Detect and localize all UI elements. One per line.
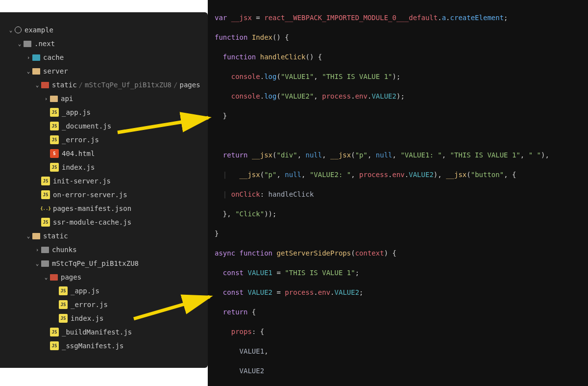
tree-label: .next bbox=[34, 40, 55, 48]
tree-item-example[interactable]: ⌄ example bbox=[0, 23, 208, 37]
tree-item-static[interactable]: ⌄ static bbox=[0, 229, 208, 243]
chevron-down-icon: ⌄ bbox=[24, 68, 32, 75]
tree-label: mStcTqPe_Uf_piB1txZU8 bbox=[52, 259, 139, 267]
tree-item-pages-manifest-json[interactable]: {..} pages-manifest.json bbox=[0, 202, 208, 215]
chevron-down-icon: ⌄ bbox=[7, 27, 15, 33]
tree-item-hash-folder[interactable]: ⌄ mStcTqPe_Uf_piB1txZU8 bbox=[0, 257, 208, 270]
tree-label: _error.js bbox=[62, 136, 99, 144]
chevron-right-icon: › bbox=[33, 247, 41, 253]
chevron-right-icon: › bbox=[24, 54, 32, 61]
tree-item-cache[interactable]: › cache bbox=[0, 51, 208, 64]
js-file-icon: JS bbox=[41, 190, 50, 199]
js-file-icon: JS bbox=[50, 341, 59, 350]
tree-item-app-js-static[interactable]: JS _app.js bbox=[0, 284, 208, 298]
code-editor: var __jsx = react__WEBPACK_IMPORTED_MODU… bbox=[208, 0, 588, 386]
tree-label: ssr-module-cache.js bbox=[53, 218, 131, 226]
tree-item-server[interactable]: ⌄ server bbox=[0, 64, 208, 78]
code-pane-top[interactable]: var __jsx = react__WEBPACK_IMPORTED_MODU… bbox=[208, 0, 588, 386]
tree-item-static-hash-pages[interactable]: ⌄ static/mStcTqPe_Uf_piB1txZU8/pages bbox=[0, 78, 208, 92]
chevron-down-icon: ⌄ bbox=[33, 260, 41, 267]
file-explorer-sidebar: ⌄ example ⌄ .next › cache ⌄ server ⌄ sta… bbox=[0, 12, 208, 368]
js-file-icon: JS bbox=[50, 135, 59, 144]
tree-item-api[interactable]: › api bbox=[0, 92, 208, 105]
tree-item-pages-static[interactable]: ⌄ pages bbox=[0, 270, 208, 284]
circle-outline-icon bbox=[15, 26, 22, 33]
folder-open-icon bbox=[50, 274, 58, 281]
tree-label: _buildManifest.js bbox=[62, 328, 132, 336]
js-file-icon: JS bbox=[59, 300, 68, 309]
js-file-icon: JS bbox=[50, 108, 59, 117]
tree-item-on-error-server-js[interactable]: JS on-error-server.js bbox=[0, 188, 208, 202]
tree-item-ssr-module-cache-js[interactable]: JS ssr-module-cache.js bbox=[0, 215, 208, 229]
js-file-icon: JS bbox=[50, 122, 59, 130]
tree-label: cache bbox=[43, 53, 64, 61]
folder-open-icon bbox=[32, 68, 40, 75]
js-file-icon: JS bbox=[50, 328, 59, 336]
tree-item-error-js-static[interactable]: JS _error.js bbox=[0, 298, 208, 311]
tree-label: chunks bbox=[52, 246, 77, 254]
tree-label: pages-manifest.json bbox=[53, 205, 131, 212]
folder-open-icon bbox=[32, 233, 40, 239]
chevron-down-icon: ⌄ bbox=[42, 274, 50, 281]
chevron-right-icon: › bbox=[42, 96, 50, 102]
tree-label: on-error-server.js bbox=[53, 191, 127, 199]
tree-label: _app.js bbox=[62, 108, 91, 116]
html-file-icon: 5 bbox=[50, 149, 59, 158]
tree-label: _app.js bbox=[71, 287, 99, 295]
folder-icon bbox=[32, 54, 40, 61]
tree-item-init-server-js[interactable]: JS init-server.js bbox=[0, 174, 208, 188]
js-file-icon: JS bbox=[59, 314, 68, 323]
tree-label: api bbox=[61, 95, 73, 103]
tree-label: static/mStcTqPe_Uf_piB1txZU8/pages bbox=[52, 81, 200, 89]
tree-label: _document.js bbox=[62, 122, 111, 130]
tree-label: _ssgManifest.js bbox=[62, 342, 123, 350]
tree-item-document-js[interactable]: JS _document.js bbox=[0, 119, 208, 133]
folder-open-icon bbox=[41, 260, 49, 267]
tree-label: index.js bbox=[62, 163, 95, 171]
tree-label: example bbox=[24, 26, 53, 34]
folder-icon bbox=[50, 96, 58, 102]
tree-item-ssg-manifest-js[interactable]: JS _ssgManifest.js bbox=[0, 339, 208, 353]
chevron-down-icon: ⌄ bbox=[33, 82, 41, 88]
folder-open-icon bbox=[41, 82, 49, 88]
tree-label: init-server.js bbox=[53, 177, 111, 185]
tree-item-next[interactable]: ⌄ .next bbox=[0, 37, 208, 51]
tree-label: server bbox=[43, 67, 68, 75]
json-file-icon: {..} bbox=[41, 204, 50, 213]
tree-item-error-js[interactable]: JS _error.js bbox=[0, 133, 208, 147]
tree-label: pages bbox=[61, 273, 81, 281]
tree-item-app-js[interactable]: JS _app.js bbox=[0, 105, 208, 119]
js-file-icon: JS bbox=[59, 286, 68, 295]
tree-item-index-js-server[interactable]: JS index.js bbox=[0, 160, 208, 174]
tree-label: 404.html bbox=[62, 150, 95, 157]
folder-icon bbox=[41, 247, 49, 253]
tree-label: static bbox=[43, 232, 68, 240]
chevron-down-icon: ⌄ bbox=[24, 233, 32, 239]
tree-label: _error.js bbox=[71, 301, 108, 309]
tree-item-chunks[interactable]: › chunks bbox=[0, 243, 208, 257]
js-file-icon: JS bbox=[41, 218, 50, 227]
js-file-icon: JS bbox=[41, 177, 50, 185]
tree-item-404-html[interactable]: 5 404.html bbox=[0, 147, 208, 160]
tree-item-build-manifest-js[interactable]: JS _buildManifest.js bbox=[0, 325, 208, 339]
tree-item-index-js-static[interactable]: JS index.js bbox=[0, 311, 208, 325]
chevron-down-icon: ⌄ bbox=[16, 41, 24, 47]
js-file-icon: JS bbox=[50, 163, 59, 172]
tree-label: index.js bbox=[71, 314, 103, 322]
folder-open-icon bbox=[24, 41, 31, 47]
